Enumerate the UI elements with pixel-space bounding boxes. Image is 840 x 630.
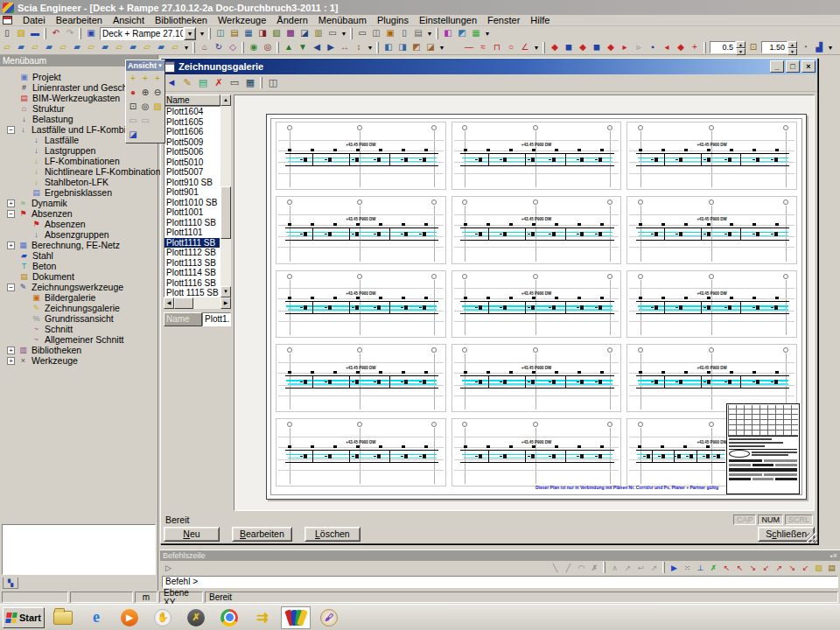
- circle-icon[interactable]: ○: [504, 41, 518, 54]
- snap-r1-icon[interactable]: ↖: [720, 562, 733, 575]
- load-icon[interactable]: ▤: [228, 27, 242, 40]
- plot-list-item[interactable]: Plott1010 SB: [164, 198, 220, 208]
- neu-button[interactable]: Neu: [164, 527, 220, 542]
- menu-ndern[interactable]: Ändern: [271, 14, 312, 26]
- plot-list-item[interactable]: Plott1111 SB: [164, 238, 220, 248]
- plot-thumbnail[interactable]: +43.45 P900 DW: [452, 344, 622, 412]
- tree-item-stahl[interactable]: ▰Stahl: [4, 250, 158, 261]
- tree-item-schnitt[interactable]: ~Schnitt: [4, 324, 158, 334]
- scale-icon[interactable]: ⊡: [746, 41, 760, 54]
- drawing-preview[interactable]: +43.45 P900 DW+43.45 P900 DW+43.45 P900 …: [234, 94, 815, 511]
- explorer-taskbar-icon[interactable]: [48, 606, 78, 629]
- grid-dots-icon[interactable]: ⁙: [681, 562, 694, 575]
- tree-item-lf-kombinationen[interactable]: ↓LF-Kombinationen: [4, 156, 158, 166]
- cursor-icon[interactable]: ▶: [668, 562, 681, 575]
- snap-a2-icon[interactable]: ↗: [621, 562, 634, 575]
- left-icon[interactable]: ◀: [310, 41, 324, 54]
- redo-icon[interactable]: ↷: [63, 27, 77, 40]
- tree-item-absenzgruppen[interactable]: ↓Absenzgruppen: [4, 229, 158, 240]
- project-combobox-arrow-icon[interactable]: ▼: [184, 27, 196, 40]
- rotate-icon[interactable]: ↻: [212, 41, 226, 54]
- down-icon[interactable]: ▼: [296, 41, 310, 54]
- poly-icon[interactable]: ▱: [168, 41, 182, 54]
- polyline-icon[interactable]: ≈: [476, 41, 490, 54]
- point-icon[interactable]: ◉: [247, 41, 261, 54]
- angle-icon[interactable]: ∠: [518, 41, 532, 54]
- toolbar-dropdown-icon[interactable]: ▼: [438, 41, 446, 54]
- doc-icon[interactable]: ◪: [298, 27, 312, 40]
- plate-icon[interactable]: ▰: [42, 41, 56, 54]
- line-icon[interactable]: —: [462, 41, 476, 54]
- curve-icon[interactable]: ▱: [140, 41, 154, 54]
- tree-item-nichtlineare-lf-kombinationen[interactable]: ↓Nichtlineare LF-Kombinationen: [4, 166, 158, 177]
- tree-item-lastgruppen[interactable]: ↓Lastgruppen: [4, 145, 158, 156]
- scroll-down-icon[interactable]: ▼: [220, 286, 231, 298]
- snap-a3-icon[interactable]: ↩: [634, 562, 648, 575]
- dialog-maximize-button[interactable]: □: [786, 60, 800, 73]
- toolbar-dropdown-icon[interactable]: ▼: [483, 27, 492, 40]
- tools-app-taskbar-icon[interactable]: ✗: [181, 606, 211, 629]
- pointer-icon[interactable]: ▷: [162, 562, 175, 575]
- snap-arc-icon[interactable]: ◠: [575, 562, 588, 575]
- tree-item-dokument[interactable]: ▤Dokument: [4, 271, 158, 282]
- dim3-icon[interactable]: ◆: [576, 41, 590, 54]
- plot-list-item[interactable]: Plott1606: [164, 127, 220, 137]
- beam-icon[interactable]: ▰: [14, 41, 28, 54]
- zoom-out-icon[interactable]: ⊖: [151, 86, 164, 100]
- dim6-icon[interactable]: ▸: [618, 41, 632, 54]
- hands-app-taskbar-icon[interactable]: ✋: [148, 606, 178, 629]
- dim4-icon[interactable]: ◼: [590, 41, 604, 54]
- plot-list-item[interactable]: Plott5009: [164, 137, 220, 148]
- start-button[interactable]: Start: [3, 607, 45, 628]
- zoomdoc-icon[interactable]: ◩: [455, 27, 469, 40]
- tree-expander-icon[interactable]: −: [7, 210, 15, 218]
- move-icon[interactable]: ↔: [338, 41, 352, 54]
- vertical-scrollbar[interactable]: ▼: [220, 106, 231, 298]
- tree-item-zeichnungswerkzeuge[interactable]: −✎Zeichnungswerkzeuge: [4, 282, 158, 292]
- loeschen-button[interactable]: Löschen: [304, 527, 360, 542]
- dim10-icon[interactable]: ◆: [674, 41, 688, 54]
- right-icon[interactable]: ▶: [324, 41, 338, 54]
- redraw-icon[interactable]: ●: [127, 86, 139, 100]
- snap-r7-icon[interactable]: ↙: [799, 562, 812, 575]
- menu-werkzeuge[interactable]: Werkzeuge: [213, 14, 271, 26]
- plot-thumbnail[interactable]: +43.45 P900 DW: [276, 122, 446, 190]
- plot-thumbnail[interactable]: +43.45 P900 DW: [452, 418, 622, 486]
- tree-item-bibliotheken[interactable]: +▥Bibliotheken: [4, 345, 158, 355]
- dim8-icon[interactable]: ▪: [646, 41, 660, 54]
- tree-item-ergebnisklassen[interactable]: ▤Ergebnisklassen: [4, 187, 158, 198]
- scroll-up-icon[interactable]: ▲: [220, 94, 231, 106]
- plot-list-item[interactable]: Plott901: [164, 187, 220, 198]
- win2-icon[interactable]: ▭: [139, 114, 151, 128]
- menu-hilfe[interactable]: Hilfe: [525, 14, 555, 26]
- haunch-icon[interactable]: ▰: [98, 41, 112, 54]
- node-icon[interactable]: ▱: [0, 41, 14, 54]
- calc-icon[interactable]: ▦: [469, 27, 483, 40]
- scale-large-spinner-down-icon[interactable]: ▼: [788, 48, 797, 55]
- plot-thumbnail[interactable]: +43.45 P900 DW: [276, 270, 446, 339]
- levels-icon[interactable]: ▟: [812, 41, 826, 54]
- result-icon[interactable]: ◨: [256, 27, 270, 40]
- arc-icon[interactable]: ▰: [154, 41, 168, 54]
- plot-list-item[interactable]: Plott1101: [164, 228, 220, 238]
- stretch-icon[interactable]: ↕: [352, 41, 366, 54]
- grid2-icon[interactable]: ◨: [396, 41, 410, 54]
- tree-item-absenzen[interactable]: −⚑Absenzen: [4, 208, 158, 219]
- horizontal-scrollbar[interactable]: ◀ ▶: [164, 298, 231, 309]
- toolbar-dropdown-icon[interactable]: ▼: [366, 41, 374, 54]
- status-plane[interactable]: Ebene XY: [159, 592, 203, 603]
- zoom-prev-icon[interactable]: +: [151, 72, 164, 86]
- win1-icon[interactable]: ▭: [127, 114, 139, 128]
- snap-x-icon[interactable]: ✗: [588, 562, 601, 575]
- snap-r5-icon[interactable]: ↗: [773, 562, 786, 575]
- snap-a4-icon[interactable]: ↗: [648, 562, 661, 575]
- zoom-fit-icon[interactable]: ◎: [139, 100, 151, 114]
- tree-item-berechnung-fe-netz[interactable]: +▦Berechnung, FE-Netz: [4, 240, 158, 250]
- status-unit[interactable]: m: [135, 592, 158, 603]
- scia-engineer-taskbar-icon[interactable]: [281, 606, 311, 629]
- plot-thumbnail[interactable]: +43.45 P900 DW: [626, 196, 797, 264]
- copy-icon[interactable]: ▤: [195, 75, 211, 90]
- scroll-left-icon[interactable]: ◀: [164, 298, 174, 309]
- plot-thumbnail[interactable]: +43.45 P900 DW: [452, 122, 622, 190]
- save-icon[interactable]: ▬: [28, 27, 42, 40]
